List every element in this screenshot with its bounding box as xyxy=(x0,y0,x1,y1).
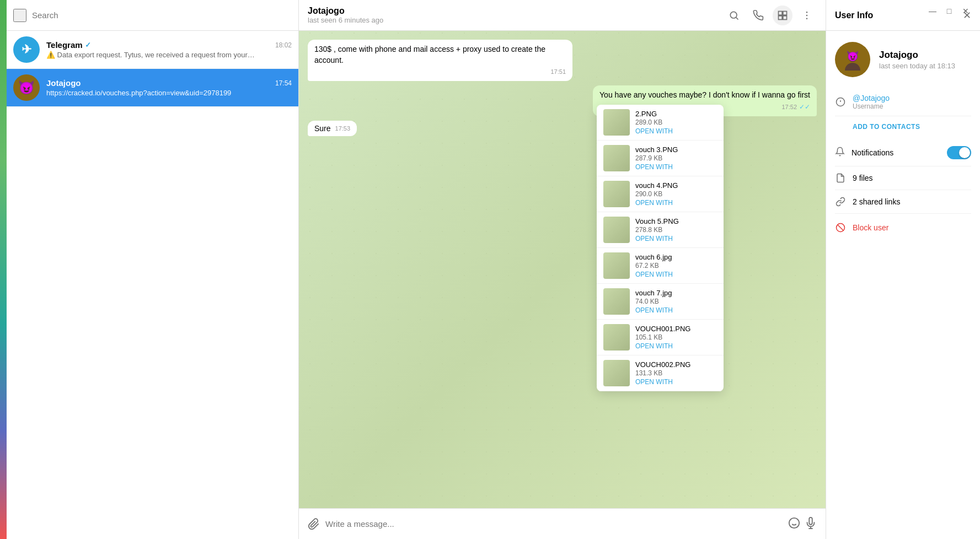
minimize-button[interactable]: — xyxy=(925,4,940,18)
window-chrome: — □ ✕ xyxy=(918,0,980,22)
file-item-2[interactable]: vouch 4.PNG 290.0 KB OPEN WITH xyxy=(597,176,724,212)
user-profile-section: 😈 Jotajogo last seen today at 18:13 xyxy=(835,42,971,77)
chat-input-area xyxy=(299,508,826,539)
file-thumb-0 xyxy=(603,109,630,136)
maximize-button[interactable]: □ xyxy=(941,4,957,18)
file-details-2: vouch 4.PNG 290.0 KB OPEN WITH xyxy=(635,181,717,207)
chat-top: Telegram✓ 18:02 xyxy=(46,40,292,50)
file-size-0: 289.0 KB xyxy=(635,118,717,126)
file-details-1: vouch 3.PNG 287.9 KB OPEN WITH xyxy=(635,145,717,171)
file-open-2[interactable]: OPEN WITH xyxy=(635,199,717,207)
left-strip xyxy=(0,0,7,539)
user-name-section: Jotajogo last seen today at 18:13 xyxy=(879,50,955,70)
file-size-7: 131.3 KB xyxy=(635,369,717,377)
message-time: 17:51 xyxy=(550,68,566,76)
message-input[interactable] xyxy=(325,519,783,529)
message-meta: 17:51 xyxy=(314,68,566,76)
file-thumb-5 xyxy=(603,288,630,315)
file-name-0: 2.PNG xyxy=(635,110,717,118)
sidebar: ✈ Telegram✓ 18:02 ⚠️ Data export request… xyxy=(7,0,299,539)
more-options-button[interactable] xyxy=(797,6,817,25)
file-open-6[interactable]: OPEN WITH xyxy=(635,342,717,350)
user-info-panel: User Info ✕ 😈 Jotajogo last seen today a… xyxy=(826,0,980,539)
file-name-3: Vouch 5.PNG xyxy=(635,217,717,225)
message-msg1: 130$ , come with phone and mail access +… xyxy=(308,40,572,81)
svg-point-14 xyxy=(845,63,860,71)
file-thumb-7 xyxy=(603,360,630,386)
file-name-6: VOUCH001.PNG xyxy=(635,325,717,333)
chat-preview-jotajogo: https://cracked.io/vouches.php?action=vi… xyxy=(46,89,256,97)
file-item-3[interactable]: Vouch 5.PNG 278.8 KB OPEN WITH xyxy=(597,212,724,248)
header-actions xyxy=(724,6,817,25)
file-name-1: vouch 3.PNG xyxy=(635,145,717,154)
user-info-content: 😈 Jotajogo last seen today at 18:13 @Jot… xyxy=(826,31,980,250)
chat-time-telegram: 18:02 xyxy=(275,41,292,49)
file-name-2: vouch 4.PNG xyxy=(635,181,717,190)
notifications-row: Notifications xyxy=(835,139,971,166)
file-item-7[interactable]: VOUCH002.PNG 131.3 KB OPEN WITH xyxy=(597,355,724,391)
message-time: 17:52 xyxy=(781,103,797,111)
username-label: Username xyxy=(853,103,971,110)
chat-item-jotajogo[interactable]: 😈 Jotajogo 17:54 https://cracked.io/vouc… xyxy=(7,69,298,107)
file-size-1: 287.9 KB xyxy=(635,154,717,162)
add-to-contacts-button[interactable]: ADD TO CONTACTS xyxy=(853,118,920,135)
shared-links-icon xyxy=(835,197,846,207)
svg-line-20 xyxy=(838,225,844,231)
file-name-4: vouch 6.jpg xyxy=(635,253,717,261)
file-open-4[interactable]: OPEN WITH xyxy=(635,271,717,278)
notifications-toggle[interactable] xyxy=(947,146,971,159)
info-icon xyxy=(835,97,846,107)
chat-status: last seen 6 minutes ago xyxy=(308,16,717,24)
chat-header: Jotajogo last seen 6 minutes ago xyxy=(299,0,826,31)
chat-header-info: Jotajogo last seen 6 minutes ago xyxy=(308,6,717,24)
call-button[interactable] xyxy=(748,6,768,25)
svg-rect-2 xyxy=(783,11,787,15)
notification-icon xyxy=(835,147,845,159)
chat-name-telegram: Telegram✓ xyxy=(46,40,91,50)
file-item-0[interactable]: 2.PNG 289.0 KB OPEN WITH xyxy=(597,105,724,141)
message-sure: Sure 17:53 xyxy=(308,121,357,136)
voice-button[interactable] xyxy=(805,517,817,531)
shared-links-row[interactable]: 2 shared links xyxy=(835,190,971,214)
hamburger-menu-button[interactable] xyxy=(13,9,26,22)
file-open-7[interactable]: OPEN WITH xyxy=(635,378,717,386)
svg-point-6 xyxy=(806,14,808,16)
chat-content-telegram: Telegram✓ 18:02 ⚠️ Data export request. … xyxy=(46,40,292,59)
username-row: @Jotajogo Username xyxy=(835,88,971,116)
file-item-6[interactable]: VOUCH001.PNG 105.1 KB OPEN WITH xyxy=(597,320,724,355)
close-window-button[interactable]: ✕ xyxy=(958,4,973,18)
search-input[interactable] xyxy=(32,10,292,20)
avatar-telegram: ✈ xyxy=(13,36,40,63)
file-size-4: 67.2 KB xyxy=(635,262,717,270)
file-name-7: VOUCH002.PNG xyxy=(635,360,717,369)
file-item-4[interactable]: vouch 6.jpg 67.2 KB OPEN WITH xyxy=(597,248,724,284)
user-last-seen: last seen today at 18:13 xyxy=(879,62,955,70)
file-details-0: 2.PNG 289.0 KB OPEN WITH xyxy=(635,110,717,135)
file-thumb-4 xyxy=(603,252,630,279)
files-row[interactable]: 9 files xyxy=(835,166,971,190)
chat-name-jotajogo: Jotajogo xyxy=(46,78,81,88)
emoji-button[interactable] xyxy=(788,517,800,531)
attach-button[interactable] xyxy=(308,518,320,530)
svg-rect-1 xyxy=(779,11,783,15)
file-item-5[interactable]: vouch 7.jpg 74.0 KB OPEN WITH xyxy=(597,284,724,320)
read-marks: ✓✓ xyxy=(799,103,810,112)
file-size-2: 290.0 KB xyxy=(635,190,717,198)
file-details-6: VOUCH001.PNG 105.1 KB OPEN WITH xyxy=(635,325,717,350)
file-name-5: vouch 7.jpg xyxy=(635,289,717,297)
chat-item-telegram[interactable]: ✈ Telegram✓ 18:02 ⚠️ Data export request… xyxy=(7,31,298,69)
file-open-0[interactable]: OPEN WITH xyxy=(635,127,717,135)
file-details-5: vouch 7.jpg 74.0 KB OPEN WITH xyxy=(635,289,717,314)
search-button[interactable] xyxy=(724,6,744,25)
file-open-3[interactable]: OPEN WITH xyxy=(635,235,717,242)
file-open-1[interactable]: OPEN WITH xyxy=(635,163,717,171)
file-open-5[interactable]: OPEN WITH xyxy=(635,306,717,314)
file-item-1[interactable]: vouch 3.PNG 287.9 KB OPEN WITH xyxy=(597,141,724,176)
file-size-6: 105.1 KB xyxy=(635,333,717,341)
svg-point-7 xyxy=(806,18,808,19)
layout-button[interactable] xyxy=(773,6,792,25)
username-value: @Jotajogo xyxy=(853,94,971,103)
block-user-row[interactable]: Block user xyxy=(835,216,971,239)
files-icon xyxy=(835,173,846,183)
messages-area: 130$ , come with phone and mail access +… xyxy=(299,31,826,508)
